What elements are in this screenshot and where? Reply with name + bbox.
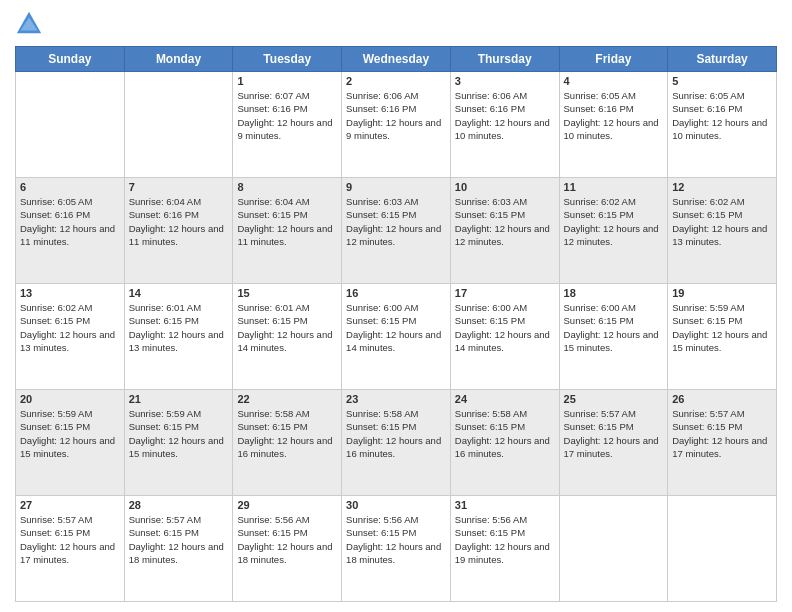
day-number: 11 (564, 181, 664, 193)
calendar-table: SundayMondayTuesdayWednesdayThursdayFrid… (15, 46, 777, 602)
day-info: Sunrise: 5:57 AM Sunset: 6:15 PM Dayligh… (672, 407, 772, 460)
day-info: Sunrise: 6:04 AM Sunset: 6:15 PM Dayligh… (237, 195, 337, 248)
day-number: 9 (346, 181, 446, 193)
week-row-1: 1Sunrise: 6:07 AM Sunset: 6:16 PM Daylig… (16, 72, 777, 178)
day-info: Sunrise: 6:00 AM Sunset: 6:15 PM Dayligh… (346, 301, 446, 354)
day-cell (124, 72, 233, 178)
day-number: 1 (237, 75, 337, 87)
day-number: 2 (346, 75, 446, 87)
day-cell: 6Sunrise: 6:05 AM Sunset: 6:16 PM Daylig… (16, 178, 125, 284)
logo-icon (15, 10, 43, 38)
day-cell (16, 72, 125, 178)
day-info: Sunrise: 6:02 AM Sunset: 6:15 PM Dayligh… (564, 195, 664, 248)
day-cell: 17Sunrise: 6:00 AM Sunset: 6:15 PM Dayli… (450, 284, 559, 390)
day-number: 23 (346, 393, 446, 405)
day-info: Sunrise: 5:57 AM Sunset: 6:15 PM Dayligh… (564, 407, 664, 460)
day-number: 10 (455, 181, 555, 193)
day-cell: 13Sunrise: 6:02 AM Sunset: 6:15 PM Dayli… (16, 284, 125, 390)
day-info: Sunrise: 5:56 AM Sunset: 6:15 PM Dayligh… (455, 513, 555, 566)
column-header-saturday: Saturday (668, 47, 777, 72)
day-info: Sunrise: 5:56 AM Sunset: 6:15 PM Dayligh… (237, 513, 337, 566)
column-header-monday: Monday (124, 47, 233, 72)
day-cell: 22Sunrise: 5:58 AM Sunset: 6:15 PM Dayli… (233, 390, 342, 496)
day-cell: 24Sunrise: 5:58 AM Sunset: 6:15 PM Dayli… (450, 390, 559, 496)
day-number: 3 (455, 75, 555, 87)
day-info: Sunrise: 6:05 AM Sunset: 6:16 PM Dayligh… (672, 89, 772, 142)
day-number: 22 (237, 393, 337, 405)
day-info: Sunrise: 6:00 AM Sunset: 6:15 PM Dayligh… (564, 301, 664, 354)
day-number: 14 (129, 287, 229, 299)
day-cell: 10Sunrise: 6:03 AM Sunset: 6:15 PM Dayli… (450, 178, 559, 284)
day-cell: 29Sunrise: 5:56 AM Sunset: 6:15 PM Dayli… (233, 496, 342, 602)
day-info: Sunrise: 6:07 AM Sunset: 6:16 PM Dayligh… (237, 89, 337, 142)
header-row: SundayMondayTuesdayWednesdayThursdayFrid… (16, 47, 777, 72)
day-info: Sunrise: 6:03 AM Sunset: 6:15 PM Dayligh… (455, 195, 555, 248)
day-number: 20 (20, 393, 120, 405)
day-info: Sunrise: 5:58 AM Sunset: 6:15 PM Dayligh… (346, 407, 446, 460)
day-number: 4 (564, 75, 664, 87)
day-info: Sunrise: 5:58 AM Sunset: 6:15 PM Dayligh… (455, 407, 555, 460)
day-cell: 31Sunrise: 5:56 AM Sunset: 6:15 PM Dayli… (450, 496, 559, 602)
day-cell: 1Sunrise: 6:07 AM Sunset: 6:16 PM Daylig… (233, 72, 342, 178)
day-info: Sunrise: 6:01 AM Sunset: 6:15 PM Dayligh… (129, 301, 229, 354)
day-info: Sunrise: 6:01 AM Sunset: 6:15 PM Dayligh… (237, 301, 337, 354)
day-number: 18 (564, 287, 664, 299)
day-info: Sunrise: 6:05 AM Sunset: 6:16 PM Dayligh… (20, 195, 120, 248)
day-number: 29 (237, 499, 337, 511)
week-row-3: 13Sunrise: 6:02 AM Sunset: 6:15 PM Dayli… (16, 284, 777, 390)
day-cell: 19Sunrise: 5:59 AM Sunset: 6:15 PM Dayli… (668, 284, 777, 390)
day-info: Sunrise: 6:05 AM Sunset: 6:16 PM Dayligh… (564, 89, 664, 142)
day-number: 24 (455, 393, 555, 405)
day-cell: 25Sunrise: 5:57 AM Sunset: 6:15 PM Dayli… (559, 390, 668, 496)
day-cell: 28Sunrise: 5:57 AM Sunset: 6:15 PM Dayli… (124, 496, 233, 602)
day-cell: 16Sunrise: 6:00 AM Sunset: 6:15 PM Dayli… (342, 284, 451, 390)
day-number: 5 (672, 75, 772, 87)
day-cell: 18Sunrise: 6:00 AM Sunset: 6:15 PM Dayli… (559, 284, 668, 390)
day-number: 6 (20, 181, 120, 193)
day-info: Sunrise: 6:06 AM Sunset: 6:16 PM Dayligh… (455, 89, 555, 142)
day-cell: 4Sunrise: 6:05 AM Sunset: 6:16 PM Daylig… (559, 72, 668, 178)
day-number: 15 (237, 287, 337, 299)
day-info: Sunrise: 5:58 AM Sunset: 6:15 PM Dayligh… (237, 407, 337, 460)
header (15, 10, 777, 38)
week-row-5: 27Sunrise: 5:57 AM Sunset: 6:15 PM Dayli… (16, 496, 777, 602)
day-info: Sunrise: 5:59 AM Sunset: 6:15 PM Dayligh… (129, 407, 229, 460)
day-number: 8 (237, 181, 337, 193)
day-info: Sunrise: 5:57 AM Sunset: 6:15 PM Dayligh… (129, 513, 229, 566)
logo (15, 10, 47, 38)
day-number: 26 (672, 393, 772, 405)
day-cell: 12Sunrise: 6:02 AM Sunset: 6:15 PM Dayli… (668, 178, 777, 284)
column-header-friday: Friday (559, 47, 668, 72)
day-number: 12 (672, 181, 772, 193)
day-cell: 7Sunrise: 6:04 AM Sunset: 6:16 PM Daylig… (124, 178, 233, 284)
day-cell: 2Sunrise: 6:06 AM Sunset: 6:16 PM Daylig… (342, 72, 451, 178)
day-cell: 26Sunrise: 5:57 AM Sunset: 6:15 PM Dayli… (668, 390, 777, 496)
day-cell: 20Sunrise: 5:59 AM Sunset: 6:15 PM Dayli… (16, 390, 125, 496)
day-cell: 11Sunrise: 6:02 AM Sunset: 6:15 PM Dayli… (559, 178, 668, 284)
day-info: Sunrise: 6:06 AM Sunset: 6:16 PM Dayligh… (346, 89, 446, 142)
day-number: 7 (129, 181, 229, 193)
day-cell (559, 496, 668, 602)
day-info: Sunrise: 5:59 AM Sunset: 6:15 PM Dayligh… (20, 407, 120, 460)
column-header-sunday: Sunday (16, 47, 125, 72)
day-info: Sunrise: 6:00 AM Sunset: 6:15 PM Dayligh… (455, 301, 555, 354)
day-cell: 21Sunrise: 5:59 AM Sunset: 6:15 PM Dayli… (124, 390, 233, 496)
column-header-wednesday: Wednesday (342, 47, 451, 72)
day-number: 17 (455, 287, 555, 299)
calendar-body: 1Sunrise: 6:07 AM Sunset: 6:16 PM Daylig… (16, 72, 777, 602)
day-cell: 14Sunrise: 6:01 AM Sunset: 6:15 PM Dayli… (124, 284, 233, 390)
day-cell: 3Sunrise: 6:06 AM Sunset: 6:16 PM Daylig… (450, 72, 559, 178)
day-info: Sunrise: 5:59 AM Sunset: 6:15 PM Dayligh… (672, 301, 772, 354)
week-row-2: 6Sunrise: 6:05 AM Sunset: 6:16 PM Daylig… (16, 178, 777, 284)
day-number: 16 (346, 287, 446, 299)
day-cell: 8Sunrise: 6:04 AM Sunset: 6:15 PM Daylig… (233, 178, 342, 284)
week-row-4: 20Sunrise: 5:59 AM Sunset: 6:15 PM Dayli… (16, 390, 777, 496)
day-cell: 30Sunrise: 5:56 AM Sunset: 6:15 PM Dayli… (342, 496, 451, 602)
day-number: 27 (20, 499, 120, 511)
day-info: Sunrise: 6:02 AM Sunset: 6:15 PM Dayligh… (20, 301, 120, 354)
calendar-header: SundayMondayTuesdayWednesdayThursdayFrid… (16, 47, 777, 72)
day-number: 13 (20, 287, 120, 299)
day-number: 21 (129, 393, 229, 405)
column-header-thursday: Thursday (450, 47, 559, 72)
day-cell: 5Sunrise: 6:05 AM Sunset: 6:16 PM Daylig… (668, 72, 777, 178)
